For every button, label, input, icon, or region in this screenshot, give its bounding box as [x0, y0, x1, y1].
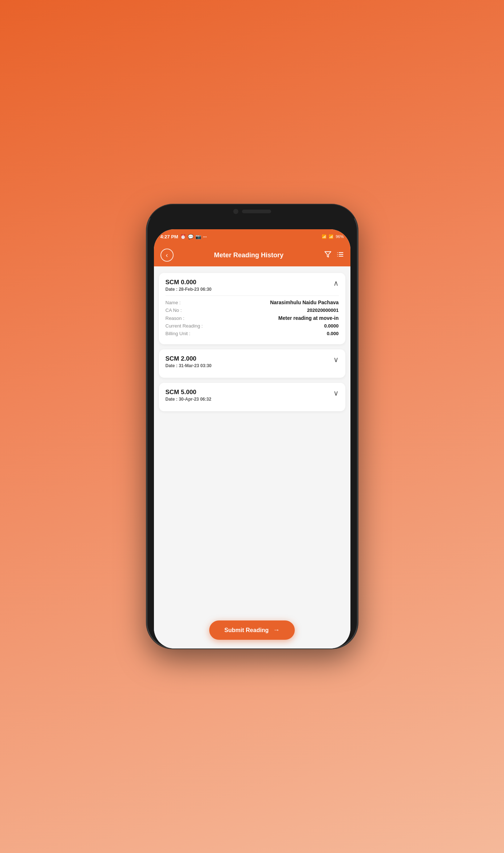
arrow-right-icon: →: [273, 626, 279, 634]
card-date-3: Date : 30-Apr-23 06:32: [166, 397, 211, 402]
clock-icon: ⏰: [180, 234, 186, 239]
detail-ca-label: CA No :: [166, 308, 182, 313]
reading-card-3: SCM 5.000 Date : 30-Apr-23 06:32 ∨: [159, 383, 345, 411]
card-header-3: SCM 5.000 Date : 30-Apr-23 06:32 ∨: [166, 389, 339, 402]
card-info-3: SCM 5.000 Date : 30-Apr-23 06:32: [166, 389, 211, 402]
screen: 4:27 PM ⏰ 💬 📷 ··· 📶 📶 96% ‹ Meter Readin…: [154, 229, 350, 648]
status-bar: 4:27 PM ⏰ 💬 📷 ··· 📶 📶 96%: [154, 229, 350, 244]
card-date-2: Date : 31-Mar-23 03:30: [166, 363, 212, 368]
date-label-1: Date :: [166, 287, 178, 292]
date-label-3: Date :: [166, 397, 178, 402]
reading-card-1: SCM 0.000 Date : 28-Feb-23 06:30 ∧ Name …: [159, 273, 345, 344]
submit-label: Submit Reading: [225, 627, 269, 634]
back-button[interactable]: ‹: [160, 249, 174, 262]
detail-billing-value: 0.000: [327, 331, 339, 336]
phone-wrapper: 4:27 PM ⏰ 💬 📷 ··· 📶 📶 96% ‹ Meter Readin…: [139, 194, 365, 659]
card-info-2: SCM 2.000 Date : 31-Mar-23 03:30: [166, 355, 212, 368]
phone-shell: 4:27 PM ⏰ 💬 📷 ··· 📶 📶 96% ‹ Meter Readin…: [147, 205, 358, 648]
whatsapp-icon: 💬: [188, 234, 194, 239]
camera-dot: [233, 209, 238, 214]
battery-display: 96%: [336, 234, 344, 239]
scm-value-3: SCM 5.000: [166, 389, 211, 396]
date-value-2: 31-Mar-23 03:30: [179, 363, 211, 368]
reading-card-2: SCM 2.000 Date : 31-Mar-23 03:30 ∨: [159, 349, 345, 378]
detail-ca-value: 202020000001: [307, 308, 339, 313]
scm-value-2: SCM 2.000: [166, 355, 212, 362]
card-header-1: SCM 0.000 Date : 28-Feb-23 06:30 ∧: [166, 279, 339, 292]
status-icons: 📶 📶 96%: [322, 234, 344, 239]
detail-reason-row: Reason : Meter reading at move-in: [166, 315, 339, 321]
sort-icon[interactable]: [337, 251, 344, 260]
signal-icon-1: 📶: [322, 234, 327, 239]
detail-reading-label: Current Reading :: [166, 323, 203, 329]
nav-actions: [324, 251, 344, 260]
detail-name-value: Narasimhulu Naidu Pachava: [270, 299, 338, 305]
card-header-2: SCM 2.000 Date : 31-Mar-23 03:30 ∨: [166, 355, 339, 368]
detail-reading-row: Current Reading : 0.0000: [166, 323, 339, 329]
submit-btn-wrap: Submit Reading →: [154, 620, 350, 640]
chevron-up-icon-1[interactable]: ∧: [333, 279, 339, 287]
signal-icon-2: 📶: [329, 234, 334, 239]
chevron-down-icon-2[interactable]: ∨: [333, 355, 339, 364]
notch-bar: [147, 205, 358, 218]
status-time: 4:27 PM ⏰ 💬 📷 ···: [160, 234, 207, 239]
date-value-3: 30-Apr-23 06:32: [179, 397, 211, 402]
card-divider-1: [166, 295, 339, 296]
detail-billing-label: Billing Unit :: [166, 331, 191, 336]
submit-reading-button[interactable]: Submit Reading →: [209, 620, 295, 640]
detail-name-row: Name : Narasimhulu Naidu Pachava: [166, 299, 339, 305]
date-label-2: Date :: [166, 363, 178, 368]
date-value-1: 28-Feb-23 06:30: [179, 287, 211, 292]
camera-icon: 📷: [195, 234, 201, 239]
speaker: [242, 210, 271, 213]
detail-reason-label: Reason :: [166, 316, 184, 321]
svg-marker-0: [325, 251, 331, 257]
detail-reason-value: Meter reading at move-in: [278, 315, 339, 321]
detail-reading-value: 0.0000: [324, 323, 339, 329]
page-title: Meter Reading History: [178, 251, 320, 259]
nav-bar: ‹ Meter Reading History: [154, 244, 350, 266]
chevron-down-icon-3[interactable]: ∨: [333, 389, 339, 397]
scm-value-1: SCM 0.000: [166, 279, 212, 286]
back-icon: ‹: [166, 251, 168, 259]
menu-dots-icon: ···: [203, 234, 207, 239]
content-area: SCM 0.000 Date : 28-Feb-23 06:30 ∧ Name …: [154, 266, 350, 648]
detail-ca-row: CA No : 202020000001: [166, 308, 339, 313]
card-info-1: SCM 0.000 Date : 28-Feb-23 06:30: [166, 279, 212, 292]
card-date-1: Date : 28-Feb-23 06:30: [166, 287, 212, 292]
detail-billing-row: Billing Unit : 0.000: [166, 331, 339, 336]
detail-name-label: Name :: [166, 300, 181, 305]
time-display: 4:27 PM: [160, 234, 178, 239]
filter-icon[interactable]: [324, 251, 332, 260]
